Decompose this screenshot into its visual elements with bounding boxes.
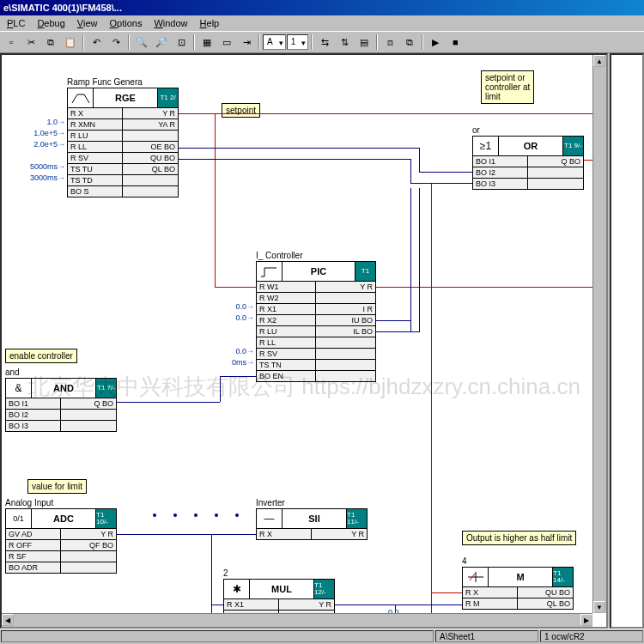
scrollbar-horizontal[interactable]: ◀ ▶ (2, 613, 592, 627)
block-title: 4 (462, 556, 574, 567)
wire (410, 188, 411, 332)
wire (376, 331, 419, 332)
wire (410, 183, 472, 184)
pin-right: QU BO (518, 587, 573, 598)
tb-run-icon[interactable]: ▶ (426, 33, 445, 51)
tb-layout-icon[interactable]: ▤ (355, 33, 374, 51)
pin-row: BO I1Q BO (6, 398, 116, 409)
pin-right: OE BO (123, 142, 178, 152)
tb-paste-icon[interactable]: 📋 (61, 33, 80, 51)
wire (215, 113, 216, 287)
tb-win2-icon[interactable]: ⧉ (400, 33, 419, 51)
wire (419, 148, 420, 172)
block-tag: T1 7/- (95, 379, 116, 398)
pin-right (316, 360, 375, 370)
pin-row: BO I1Q BO (473, 155, 583, 167)
pin-left: R LU (257, 326, 316, 337)
tb-zoomin-icon[interactable]: 🔎 (152, 33, 171, 51)
block-cmp[interactable]: 4 M T1 14/- R XQU BOR MQL BO (462, 556, 574, 610)
block-adc[interactable]: Analog Input 0/1 ADC T1 10/- GV ADY RR O… (5, 498, 117, 574)
scroll-left-icon[interactable]: ◀ (2, 614, 14, 626)
pin-value: 5.0→ (0, 550, 3, 558)
block-name: OR (499, 137, 562, 155)
pin-left: BO I1 (6, 398, 61, 409)
tb-cut-icon[interactable]: ✂ (21, 33, 40, 51)
tb-copy-icon[interactable]: ⧉ (41, 33, 60, 51)
pin-right: QL BO (518, 598, 573, 609)
block-inv[interactable]: Inverter — SII T1 11/- R XY R (256, 498, 368, 540)
pin-left: GV AD (6, 529, 61, 539)
pin-left: TS TN (257, 360, 316, 370)
tb-combo-1[interactable]: 1 (287, 34, 309, 50)
pin-right: I R (316, 304, 375, 314)
pin-value: 0.0→ (235, 347, 254, 355)
tb-stop-icon[interactable]: ■ (446, 33, 465, 51)
diagram-canvas[interactable]: Ramp Func Genera RGE T1 2/ R XY RR XMNYA… (0, 53, 608, 629)
tb-grid-icon[interactable]: ▦ (197, 33, 216, 51)
pin-left: R W1 (257, 282, 316, 292)
tb-zoomout-icon[interactable]: 🔍 (132, 33, 151, 51)
tb-new-icon[interactable]: ▫ (2, 33, 21, 51)
pin-value: 1.0e+5→ (33, 129, 65, 137)
block-name: MUL (250, 580, 313, 598)
scroll-right-icon[interactable]: ▶ (580, 614, 592, 626)
block-title: Ramp Func Genera (67, 77, 179, 88)
block-title: Inverter (256, 498, 368, 508)
pin-right: QU BO (123, 153, 178, 163)
multiply-icon: ✱ (224, 580, 250, 598)
menu-options[interactable]: Options (105, 17, 148, 29)
pin-left: R LL (257, 337, 316, 348)
wire (211, 534, 212, 620)
wire (419, 172, 472, 173)
menu-debug[interactable]: Debug (32, 17, 70, 29)
wire (220, 376, 256, 377)
pin-row: GV ADY R (6, 528, 116, 539)
tb-arrange-icon[interactable]: ⇅ (335, 33, 354, 51)
scrollbar-vertical[interactable]: ▲ ▼ (592, 55, 606, 613)
wire (211, 534, 256, 535)
pin-row: R MQL BO (463, 598, 573, 609)
block-tag: T1 12/- (313, 580, 334, 598)
tb-zoom100-icon[interactable]: ⊡ (172, 33, 191, 51)
scroll-up-icon[interactable]: ▲ (593, 55, 605, 67)
tb-combo-a[interactable]: A (263, 34, 286, 50)
pin-left: R X (463, 587, 518, 598)
pin-left: R XMN (68, 119, 123, 130)
block-name: SII (283, 509, 346, 528)
menu-plc[interactable]: PPLCLC (2, 17, 30, 29)
tb-align-icon[interactable]: ⇆ (315, 33, 334, 51)
pin-row: R X1I R (257, 303, 375, 314)
block-or[interactable]: or ≥1 OR T1 9/- BO I1Q BOBO I2BO I3 (472, 125, 584, 190)
block-tag: T1 9/- (562, 137, 583, 155)
tb-win1-icon[interactable]: ⧈ (380, 33, 399, 51)
block-title: 2 (223, 568, 335, 579)
tb-sep (128, 34, 130, 50)
block-rge[interactable]: Ramp Func Genera RGE T1 2/ R XY RR XMNYA… (67, 77, 179, 197)
menu-window[interactable]: Window (149, 17, 192, 29)
pin-right: IU BO (316, 315, 375, 325)
comment-value-limit: value for limit (27, 479, 87, 494)
status-mid: A\Sheet1 (435, 630, 538, 642)
menu-help[interactable]: Help (195, 17, 225, 29)
block-and[interactable]: and & AND T1 7/- BO I1Q BOBO I2BO I3 (5, 368, 117, 432)
pin-left: R LU (68, 131, 123, 141)
pin-right (61, 551, 116, 562)
pin-right: QF BO (61, 540, 116, 550)
tb-link-icon[interactable]: ⇥ (237, 33, 256, 51)
pin-right (123, 175, 178, 185)
pin-right: Y R (316, 282, 375, 292)
scroll-down-icon[interactable]: ▼ (593, 601, 605, 613)
block-tag: T1 2/ (157, 88, 178, 107)
tb-sep (311, 34, 313, 50)
block-pic[interactable]: I_ Controller PIC T1 R W1Y RR W2R X1I RR… (256, 251, 376, 382)
pin-right: YA R (123, 119, 178, 130)
pin-left: R LL (68, 142, 123, 152)
right-panel (610, 53, 644, 629)
tb-redo-icon[interactable]: ↷ (106, 33, 125, 51)
pin-right (528, 179, 583, 189)
pin-row: R LLOE BO (68, 141, 178, 152)
pin-left: R SV (68, 153, 123, 163)
tb-block-icon[interactable]: ▭ (217, 33, 236, 51)
tb-undo-icon[interactable]: ↶ (87, 33, 106, 51)
menu-view[interactable]: View (72, 17, 103, 29)
